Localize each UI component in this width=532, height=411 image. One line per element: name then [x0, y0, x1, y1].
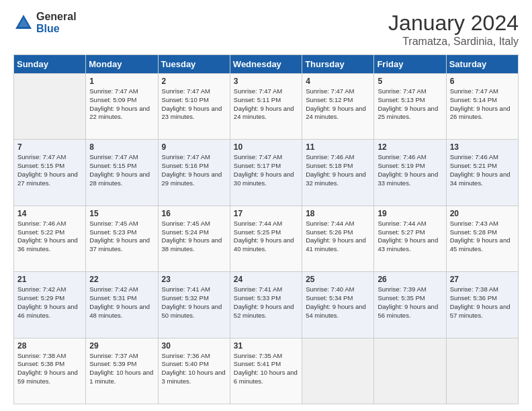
day-number: 1: [89, 77, 154, 86]
cell-info: Sunrise: 7:42 AM Sunset: 5:31 PM Dayligh…: [89, 285, 154, 320]
day-number: 9: [162, 142, 226, 152]
calendar-cell: [302, 338, 374, 404]
calendar-cell: 13Sunrise: 7:46 AM Sunset: 5:21 PM Dayli…: [446, 140, 518, 205]
weekday-header-cell: Thursday: [302, 55, 374, 74]
cell-info: Sunrise: 7:46 AM Sunset: 5:19 PM Dayligh…: [378, 153, 442, 187]
calendar-cell: 25Sunrise: 7:40 AM Sunset: 5:34 PM Dayli…: [302, 272, 374, 338]
cell-info: Sunrise: 7:42 AM Sunset: 5:29 PM Dayligh…: [17, 285, 82, 320]
day-number: 29: [89, 341, 154, 351]
day-number: 16: [162, 209, 226, 218]
calendar-cell: 2Sunrise: 7:47 AM Sunset: 5:10 PM Daylig…: [158, 74, 230, 140]
calendar-cell: [14, 74, 86, 140]
cell-info: Sunrise: 7:47 AM Sunset: 5:09 PM Dayligh…: [89, 87, 154, 122]
cell-info: Sunrise: 7:46 AM Sunset: 5:18 PM Dayligh…: [306, 153, 370, 187]
calendar-cell: 31Sunrise: 7:35 AM Sunset: 5:41 PM Dayli…: [230, 338, 302, 404]
calendar-cell: 18Sunrise: 7:44 AM Sunset: 5:26 PM Dayli…: [302, 205, 374, 271]
calendar-cell: 14Sunrise: 7:46 AM Sunset: 5:22 PM Dayli…: [14, 205, 86, 271]
cell-info: Sunrise: 7:46 AM Sunset: 5:22 PM Dayligh…: [17, 220, 82, 254]
day-number: 12: [378, 142, 442, 152]
day-number: 24: [234, 275, 298, 284]
weekday-header-cell: Sunday: [14, 55, 86, 74]
day-number: 17: [234, 209, 298, 218]
calendar-cell: 5Sunrise: 7:47 AM Sunset: 5:13 PM Daylig…: [374, 74, 446, 140]
calendar-cell: 21Sunrise: 7:42 AM Sunset: 5:29 PM Dayli…: [14, 272, 86, 338]
cell-info: Sunrise: 7:41 AM Sunset: 5:32 PM Dayligh…: [162, 285, 226, 320]
day-number: 23: [162, 275, 226, 284]
day-number: 19: [378, 209, 442, 218]
page: General Blue January 2024 Tramatza, Sard…: [0, 0, 532, 411]
calendar-cell: 8Sunrise: 7:47 AM Sunset: 5:15 PM Daylig…: [86, 140, 158, 205]
weekday-header-cell: Friday: [374, 55, 446, 74]
calendar-row: 1Sunrise: 7:47 AM Sunset: 5:09 PM Daylig…: [14, 74, 519, 140]
day-number: 27: [450, 275, 515, 284]
day-number: 10: [234, 142, 298, 152]
cell-info: Sunrise: 7:47 AM Sunset: 5:15 PM Dayligh…: [89, 153, 154, 187]
calendar-cell: 28Sunrise: 7:38 AM Sunset: 5:38 PM Dayli…: [14, 338, 86, 404]
cell-info: Sunrise: 7:47 AM Sunset: 5:16 PM Dayligh…: [162, 153, 226, 187]
cell-info: Sunrise: 7:44 AM Sunset: 5:27 PM Dayligh…: [378, 220, 442, 254]
logo-blue: Blue: [36, 23, 77, 35]
calendar-cell: 6Sunrise: 7:47 AM Sunset: 5:14 PM Daylig…: [446, 74, 518, 140]
calendar-body: 1Sunrise: 7:47 AM Sunset: 5:09 PM Daylig…: [14, 74, 519, 404]
calendar-cell: 4Sunrise: 7:47 AM Sunset: 5:12 PM Daylig…: [302, 74, 374, 140]
day-number: 14: [17, 209, 82, 218]
weekday-header-cell: Tuesday: [158, 55, 230, 74]
day-number: 30: [162, 341, 226, 351]
cell-info: Sunrise: 7:45 AM Sunset: 5:23 PM Dayligh…: [89, 220, 154, 254]
title-block: January 2024 Tramatza, Sardinia, Italy: [388, 11, 519, 48]
cell-info: Sunrise: 7:40 AM Sunset: 5:34 PM Dayligh…: [306, 285, 370, 320]
cell-info: Sunrise: 7:43 AM Sunset: 5:28 PM Dayligh…: [450, 220, 515, 254]
day-number: 3: [234, 77, 298, 86]
day-number: 6: [450, 77, 515, 86]
calendar-row: 21Sunrise: 7:42 AM Sunset: 5:29 PM Dayli…: [14, 272, 519, 338]
cell-info: Sunrise: 7:46 AM Sunset: 5:21 PM Dayligh…: [450, 153, 515, 187]
day-number: 13: [450, 142, 515, 152]
day-number: 26: [378, 275, 442, 284]
calendar-row: 7Sunrise: 7:47 AM Sunset: 5:15 PM Daylig…: [14, 140, 519, 205]
calendar-cell: 23Sunrise: 7:41 AM Sunset: 5:32 PM Dayli…: [158, 272, 230, 338]
calendar-cell: 27Sunrise: 7:38 AM Sunset: 5:36 PM Dayli…: [446, 272, 518, 338]
logo: General Blue: [13, 11, 77, 34]
day-number: 25: [306, 275, 370, 284]
day-number: 2: [162, 77, 226, 86]
day-number: 18: [306, 209, 370, 218]
day-number: 4: [306, 77, 370, 86]
cell-info: Sunrise: 7:41 AM Sunset: 5:33 PM Dayligh…: [234, 285, 298, 320]
calendar-row: 28Sunrise: 7:38 AM Sunset: 5:38 PM Dayli…: [14, 338, 519, 404]
cell-info: Sunrise: 7:44 AM Sunset: 5:26 PM Dayligh…: [306, 220, 370, 254]
calendar-cell: 11Sunrise: 7:46 AM Sunset: 5:18 PM Dayli…: [302, 140, 374, 205]
logo-text: General Blue: [36, 11, 77, 34]
calendar-cell: 15Sunrise: 7:45 AM Sunset: 5:23 PM Dayli…: [86, 205, 158, 271]
cell-info: Sunrise: 7:35 AM Sunset: 5:41 PM Dayligh…: [234, 352, 298, 386]
calendar-row: 14Sunrise: 7:46 AM Sunset: 5:22 PM Dayli…: [14, 205, 519, 271]
calendar-cell: 1Sunrise: 7:47 AM Sunset: 5:09 PM Daylig…: [86, 74, 158, 140]
calendar-cell: 29Sunrise: 7:37 AM Sunset: 5:39 PM Dayli…: [86, 338, 158, 404]
calendar-cell: 9Sunrise: 7:47 AM Sunset: 5:16 PM Daylig…: [158, 140, 230, 205]
calendar-table: SundayMondayTuesdayWednesdayThursdayFrid…: [13, 54, 519, 404]
day-number: 22: [89, 275, 154, 284]
cell-info: Sunrise: 7:47 AM Sunset: 5:14 PM Dayligh…: [450, 87, 515, 122]
calendar-cell: 20Sunrise: 7:43 AM Sunset: 5:28 PM Dayli…: [446, 205, 518, 271]
weekday-header: SundayMondayTuesdayWednesdayThursdayFrid…: [14, 55, 519, 74]
cell-info: Sunrise: 7:47 AM Sunset: 5:10 PM Dayligh…: [162, 87, 226, 122]
calendar-cell: 24Sunrise: 7:41 AM Sunset: 5:33 PM Dayli…: [230, 272, 302, 338]
logo-general: General: [36, 11, 77, 23]
day-number: 31: [234, 341, 298, 351]
calendar-cell: 7Sunrise: 7:47 AM Sunset: 5:15 PM Daylig…: [14, 140, 86, 205]
calendar-cell: [446, 338, 518, 404]
cell-info: Sunrise: 7:47 AM Sunset: 5:15 PM Dayligh…: [17, 153, 82, 187]
day-number: 8: [89, 142, 154, 152]
logo-icon: [13, 13, 34, 33]
calendar-cell: 22Sunrise: 7:42 AM Sunset: 5:31 PM Dayli…: [86, 272, 158, 338]
day-number: 15: [89, 209, 154, 218]
cell-info: Sunrise: 7:38 AM Sunset: 5:38 PM Dayligh…: [17, 352, 82, 386]
calendar-cell: 19Sunrise: 7:44 AM Sunset: 5:27 PM Dayli…: [374, 205, 446, 271]
cell-info: Sunrise: 7:39 AM Sunset: 5:35 PM Dayligh…: [378, 285, 442, 320]
header: General Blue January 2024 Tramatza, Sard…: [13, 11, 519, 48]
cell-info: Sunrise: 7:44 AM Sunset: 5:25 PM Dayligh…: [234, 220, 298, 254]
cell-info: Sunrise: 7:47 AM Sunset: 5:13 PM Dayligh…: [378, 87, 442, 122]
calendar-cell: 17Sunrise: 7:44 AM Sunset: 5:25 PM Dayli…: [230, 205, 302, 271]
calendar-cell: [374, 338, 446, 404]
weekday-header-cell: Saturday: [446, 55, 518, 74]
cell-info: Sunrise: 7:47 AM Sunset: 5:11 PM Dayligh…: [234, 87, 298, 122]
